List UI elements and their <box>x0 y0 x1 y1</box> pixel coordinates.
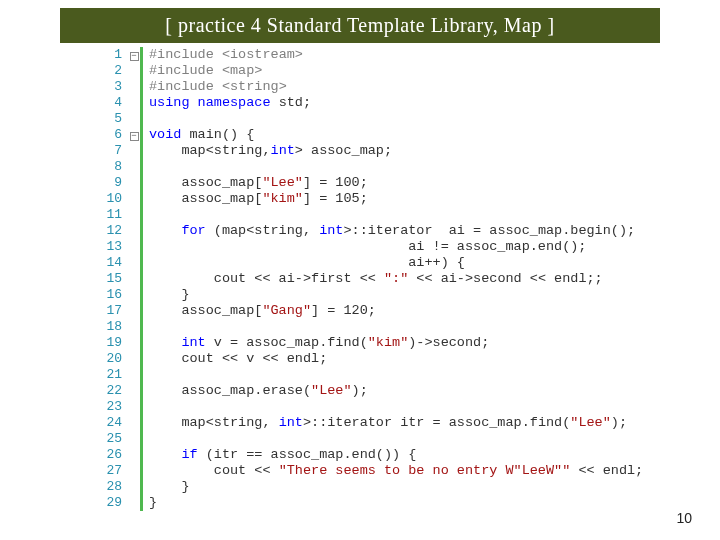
code-line: 26 if (itr == assoc_map.end()) { <box>100 447 720 463</box>
code-line: 2#include <map> <box>100 63 720 79</box>
code-text: map<string, int>::iterator itr = assoc_m… <box>149 415 627 431</box>
change-gutter <box>140 47 143 63</box>
code-line: 28 } <box>100 479 720 495</box>
line-number: 21 <box>100 367 128 383</box>
change-gutter <box>140 303 143 319</box>
code-text: cout << "There seems to be no entry W"Le… <box>149 463 643 479</box>
line-number: 27 <box>100 463 128 479</box>
code-line: 21 <box>100 367 720 383</box>
slide-title: [ practice 4 Standard Template Library, … <box>60 8 660 43</box>
change-gutter <box>140 255 143 271</box>
line-number: 9 <box>100 175 128 191</box>
code-text: cout << ai->first << ":" << ai->second <… <box>149 271 603 287</box>
code-text: void main() { <box>149 127 254 143</box>
line-number: 13 <box>100 239 128 255</box>
fold-minus-icon[interactable]: − <box>130 52 139 61</box>
fold-gutter: − <box>128 128 140 144</box>
change-gutter <box>140 63 143 79</box>
code-line: 27 cout << "There seems to be no entry W… <box>100 463 720 479</box>
code-text: #include <map> <box>149 63 262 79</box>
code-text: assoc_map["Gang"] = 120; <box>149 303 376 319</box>
change-gutter <box>140 175 143 191</box>
code-text: map<string,int> assoc_map; <box>149 143 392 159</box>
code-text: for (map<string, int>::iterator ai = ass… <box>149 223 635 239</box>
code-text: } <box>149 287 190 303</box>
change-gutter <box>140 127 143 143</box>
line-number: 5 <box>100 111 128 127</box>
change-gutter <box>140 143 143 159</box>
change-gutter <box>140 223 143 239</box>
change-gutter <box>140 495 143 511</box>
code-text: } <box>149 495 157 511</box>
change-gutter <box>140 351 143 367</box>
line-number: 19 <box>100 335 128 351</box>
code-line: 24 map<string, int>::iterator itr = asso… <box>100 415 720 431</box>
fold-gutter: − <box>128 48 140 64</box>
code-line: 25 <box>100 431 720 447</box>
code-line: 9 assoc_map["Lee"] = 100; <box>100 175 720 191</box>
code-line: 14 ai++) { <box>100 255 720 271</box>
code-text: } <box>149 479 190 495</box>
change-gutter <box>140 159 143 175</box>
code-line: 12 for (map<string, int>::iterator ai = … <box>100 223 720 239</box>
line-number: 24 <box>100 415 128 431</box>
code-text: assoc_map["Lee"] = 100; <box>149 175 368 191</box>
change-gutter <box>140 319 143 335</box>
code-line: 15 cout << ai->first << ":" << ai->secon… <box>100 271 720 287</box>
code-line: 4using namespace std; <box>100 95 720 111</box>
line-number: 6 <box>100 127 128 143</box>
line-number: 1 <box>100 47 128 63</box>
line-number: 2 <box>100 63 128 79</box>
code-line: 5 <box>100 111 720 127</box>
change-gutter <box>140 271 143 287</box>
line-number: 17 <box>100 303 128 319</box>
line-number: 20 <box>100 351 128 367</box>
fold-minus-icon[interactable]: − <box>130 132 139 141</box>
code-text: #include <iostream> <box>149 47 303 63</box>
code-line: 6−void main() { <box>100 127 720 143</box>
change-gutter <box>140 287 143 303</box>
code-line: 10 assoc_map["kim"] = 105; <box>100 191 720 207</box>
line-number: 22 <box>100 383 128 399</box>
code-line: 7 map<string,int> assoc_map; <box>100 143 720 159</box>
line-number: 3 <box>100 79 128 95</box>
code-line: 20 cout << v << endl; <box>100 351 720 367</box>
line-number: 10 <box>100 191 128 207</box>
line-number: 11 <box>100 207 128 223</box>
change-gutter <box>140 383 143 399</box>
line-number: 7 <box>100 143 128 159</box>
code-line: 18 <box>100 319 720 335</box>
change-gutter <box>140 479 143 495</box>
code-line: 11 <box>100 207 720 223</box>
code-block: 1−#include <iostream>2#include <map>3#in… <box>100 47 720 511</box>
change-gutter <box>140 447 143 463</box>
change-gutter <box>140 399 143 415</box>
change-gutter <box>140 239 143 255</box>
change-gutter <box>140 431 143 447</box>
code-text: ai != assoc_map.end(); <box>149 239 586 255</box>
page-number: 10 <box>676 510 692 526</box>
code-line: 22 assoc_map.erase("Lee"); <box>100 383 720 399</box>
code-text: using namespace std; <box>149 95 311 111</box>
line-number: 29 <box>100 495 128 511</box>
code-line: 19 int v = assoc_map.find("kim")->second… <box>100 335 720 351</box>
code-text: assoc_map.erase("Lee"); <box>149 383 368 399</box>
code-line: 3#include <string> <box>100 79 720 95</box>
line-number: 15 <box>100 271 128 287</box>
line-number: 4 <box>100 95 128 111</box>
code-line: 23 <box>100 399 720 415</box>
code-text: int v = assoc_map.find("kim")->second; <box>149 335 489 351</box>
code-text: assoc_map["kim"] = 105; <box>149 191 368 207</box>
change-gutter <box>140 207 143 223</box>
line-number: 16 <box>100 287 128 303</box>
code-line: 29} <box>100 495 720 511</box>
change-gutter <box>140 79 143 95</box>
code-line: 16 } <box>100 287 720 303</box>
line-number: 23 <box>100 399 128 415</box>
line-number: 25 <box>100 431 128 447</box>
line-number: 12 <box>100 223 128 239</box>
line-number: 8 <box>100 159 128 175</box>
line-number: 28 <box>100 479 128 495</box>
code-line: 13 ai != assoc_map.end(); <box>100 239 720 255</box>
code-line: 17 assoc_map["Gang"] = 120; <box>100 303 720 319</box>
